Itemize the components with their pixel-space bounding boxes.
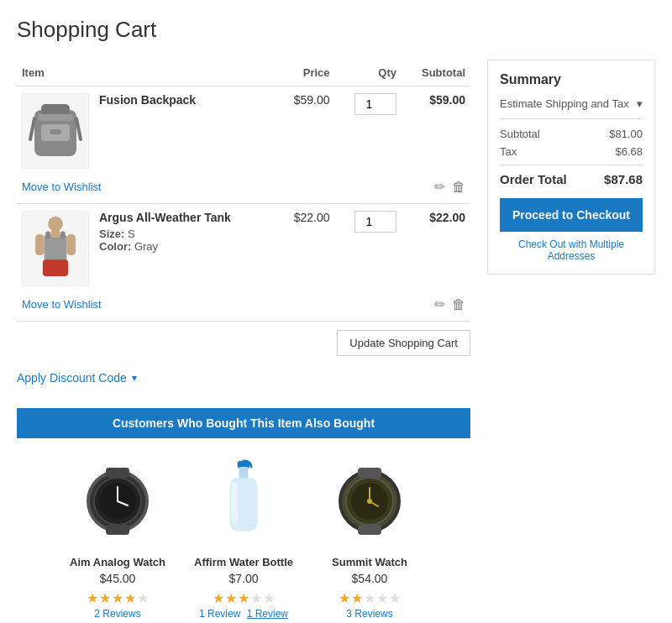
item-name: Argus All-Weather Tank: [99, 211, 270, 224]
rec-review-count[interactable]: 1 Review 1 Review: [185, 608, 302, 620]
shipping-estimate-label: Estimate Shipping and Tax: [500, 97, 629, 110]
recommendations-header: Customers Who Bought This Item Also Boug…: [17, 408, 470, 438]
shipping-estimate-row[interactable]: Estimate Shipping and Tax ▾: [500, 97, 643, 119]
cart-table: Item Price Qty Subtotal: [17, 60, 470, 322]
summary-section: Summary Estimate Shipping and Tax ▾ Subt…: [487, 60, 655, 623]
list-item: Aim Analog Watch $45.00 ★★★★★ 2 Reviews …: [59, 455, 176, 623]
svg-rect-6: [50, 129, 61, 134]
product-image: [22, 211, 89, 286]
item-qty-input[interactable]: [354, 93, 396, 115]
subtotal-row: Subtotal $81.00: [500, 128, 643, 140]
item-details: Argus All-Weather Tank Size: S Color: Gr…: [94, 204, 276, 293]
rec-item-name: Aim Analog Watch: [59, 556, 176, 568]
recommendations-section: Customers Who Bought This Item Also Boug…: [17, 408, 470, 623]
chevron-down-icon: ▾: [637, 97, 643, 110]
svg-line-5: [76, 118, 81, 139]
total-row: Order Total $87.68: [500, 165, 643, 186]
svg-rect-25: [231, 482, 237, 524]
tax-row: Tax $6.68: [500, 145, 643, 158]
item-details: Fusion Backpack: [94, 86, 276, 176]
table-row: Fusion Backpack $59.00 $59.00: [17, 86, 470, 176]
checkout-button[interactable]: Proceed to Checkout: [500, 198, 643, 232]
svg-rect-10: [66, 234, 76, 255]
item-price: $59.00: [276, 86, 334, 176]
subtotal-label: Subtotal: [500, 128, 540, 140]
svg-rect-31: [358, 468, 381, 478]
multi-checkout-link[interactable]: Check Out with Multiple Addresses: [500, 238, 643, 262]
item-qty-cell: [335, 204, 402, 293]
total-value: $87.68: [604, 172, 643, 186]
delete-item-button[interactable]: 🗑: [452, 179, 465, 195]
chevron-down-icon: ▾: [132, 372, 137, 384]
svg-point-33: [367, 499, 372, 504]
page-title: Shopping Cart: [17, 17, 655, 43]
svg-rect-23: [239, 467, 249, 479]
item-actions: Move to Wishlist ✏ 🗑: [17, 293, 470, 322]
rec-review-count[interactable]: 3 Reviews: [311, 608, 428, 620]
svg-rect-11: [43, 259, 68, 276]
move-to-wishlist-link[interactable]: Move to Wishlist: [22, 181, 102, 193]
list-item: Affirm Water Bottle $7.00 ★★★★★ 1 Review…: [185, 455, 302, 623]
rec-item-price: $54.00: [311, 572, 428, 585]
delete-item-button-2[interactable]: 🗑: [452, 296, 465, 312]
subtotal-value: $81.00: [609, 128, 643, 140]
svg-rect-13: [45, 232, 50, 239]
summary-title: Summary: [500, 72, 643, 87]
col-qty: Qty: [335, 60, 402, 86]
rec-item-name: Affirm Water Bottle: [185, 556, 302, 568]
item-subtotal: $22.00: [402, 204, 470, 293]
svg-rect-32: [358, 525, 381, 535]
edit-item-button[interactable]: ✏: [434, 179, 445, 195]
svg-rect-20: [106, 468, 129, 478]
review-link[interactable]: 1 Review: [247, 608, 288, 620]
update-cart-button[interactable]: Update Shopping Cart: [337, 330, 470, 356]
cart-section: Item Price Qty Subtotal: [17, 60, 470, 623]
item-size: Size: S: [99, 228, 270, 240]
item-color: Color: Gray: [99, 240, 270, 253]
svg-rect-14: [60, 232, 65, 239]
discount-code-row[interactable]: Apply Discount Code ▾: [17, 364, 470, 391]
tax-label: Tax: [500, 145, 517, 158]
rec-item-name: Summit Watch: [311, 556, 428, 568]
svg-point-7: [48, 217, 63, 232]
rec-item-price: $7.00: [185, 572, 302, 585]
col-subtotal: Subtotal: [402, 60, 470, 86]
edit-item-button-2[interactable]: ✏: [434, 296, 445, 312]
table-row: Argus All-Weather Tank Size: S Color: Gr…: [17, 204, 470, 293]
rec-item-price: $45.00: [59, 572, 176, 585]
svg-line-4: [30, 118, 34, 139]
item-name: Fusion Backpack: [99, 93, 270, 107]
rec-item-stars: ★★★★★: [311, 590, 428, 606]
action-icons: ✏ 🗑: [434, 296, 465, 312]
rec-product-image: [319, 455, 420, 547]
item-actions: Move to Wishlist ✏ 🗑: [17, 175, 470, 204]
list-item: Summit Watch $54.00 ★★★★★ 3 Reviews Add …: [311, 455, 428, 623]
product-image: [22, 93, 89, 169]
item-subtotal: $59.00: [402, 86, 470, 176]
svg-rect-9: [35, 234, 45, 255]
item-qty-input[interactable]: [354, 211, 396, 233]
col-price: Price: [276, 60, 334, 86]
update-btn-row: Update Shopping Cart: [17, 330, 470, 356]
rec-product-image: [193, 455, 294, 547]
recommendations-list: Aim Analog Watch $45.00 ★★★★★ 2 Reviews …: [17, 455, 470, 623]
summary-box: Summary Estimate Shipping and Tax ▾ Subt…: [487, 60, 655, 275]
col-item: Item: [17, 60, 276, 86]
tax-value: $6.68: [615, 145, 643, 158]
rec-review-count[interactable]: 2 Reviews: [59, 608, 176, 620]
item-price: $22.00: [276, 204, 334, 293]
svg-rect-2: [38, 114, 73, 121]
rec-item-stars: ★★★★★: [59, 590, 176, 606]
rec-item-stars: ★★★★★: [185, 590, 302, 606]
svg-rect-21: [106, 525, 129, 535]
total-label: Order Total: [500, 172, 567, 186]
rec-product-image: [67, 455, 168, 547]
action-icons: ✏ 🗑: [434, 179, 465, 195]
discount-label: Apply Discount Code: [17, 371, 127, 385]
svg-rect-12: [51, 230, 60, 238]
item-qty-cell: [335, 86, 402, 176]
move-to-wishlist-link-2[interactable]: Move to Wishlist: [22, 298, 102, 311]
